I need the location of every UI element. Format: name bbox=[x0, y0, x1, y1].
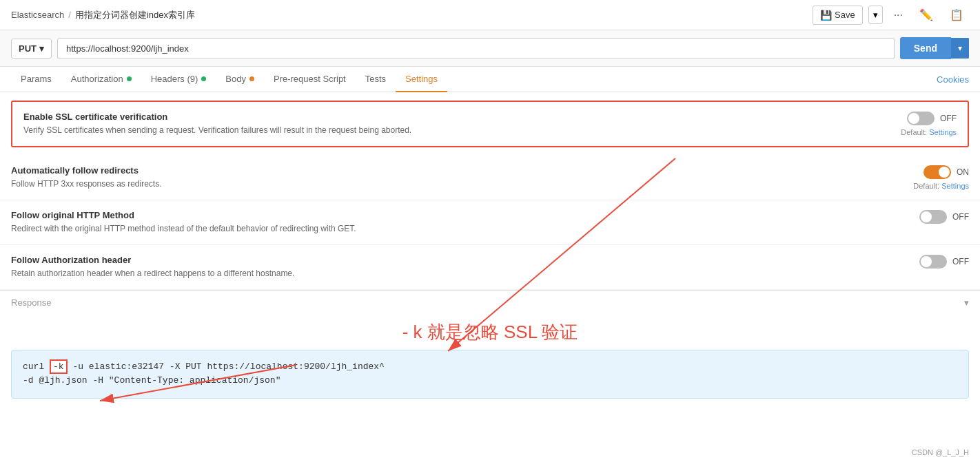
http-method-toggle-label: OFF bbox=[952, 212, 969, 222]
redirects-section: Automatically follow redirects Follow HT… bbox=[0, 156, 980, 200]
redirects-toggle[interactable] bbox=[923, 165, 951, 179]
breadcrumb-page: 用指定分词器创建index索引库 bbox=[75, 9, 195, 21]
save-icon: 💾 bbox=[820, 10, 832, 21]
top-actions: 💾 Save ▾ ··· ✏️ 📋 bbox=[813, 5, 969, 25]
code-k-flag: -k bbox=[50, 359, 68, 374]
redirects-default: Default: Settings bbox=[913, 182, 969, 190]
settings-content: Enable SSL certificate verification Veri… bbox=[0, 92, 980, 459]
save-label: Save bbox=[835, 10, 855, 20]
ssl-toggle[interactable] bbox=[907, 112, 935, 125]
tab-headers[interactable]: Headers (9) bbox=[141, 67, 216, 92]
copy-button[interactable]: 📋 bbox=[944, 5, 969, 25]
breadcrumb-sep: / bbox=[68, 10, 71, 20]
code-curl: curl bbox=[23, 361, 50, 372]
url-input[interactable] bbox=[57, 38, 895, 59]
redirects-title: Automatically follow redirects bbox=[11, 165, 886, 176]
save-dropdown-button[interactable]: ▾ bbox=[868, 6, 883, 24]
ssl-desc: Verify SSL certificates when sending a r… bbox=[23, 125, 575, 136]
redirects-settings-link[interactable]: Settings bbox=[941, 182, 969, 190]
send-btn-group: Send ▾ bbox=[900, 37, 969, 59]
tab-body[interactable]: Body bbox=[216, 67, 264, 92]
response-section: Response ▾ bbox=[0, 290, 980, 315]
auth-header-toggle-label: OFF bbox=[952, 257, 969, 266]
tab-params[interactable]: Params bbox=[11, 67, 61, 92]
method-chevron: ▾ bbox=[39, 43, 44, 54]
http-method-control: OFF bbox=[886, 210, 969, 224]
ssl-title: Enable SSL certificate verification bbox=[23, 112, 874, 122]
response-chevron: ▾ bbox=[964, 297, 969, 308]
auth-header-toggle-row: OFF bbox=[919, 255, 969, 269]
auth-header-control: OFF bbox=[886, 255, 969, 269]
save-button[interactable]: 💾 Save bbox=[813, 6, 863, 25]
auth-header-text: Follow Authorization header Retain autho… bbox=[11, 255, 886, 280]
auth-header-title: Follow Authorization header bbox=[11, 255, 886, 265]
ssl-text: Enable SSL certificate verification Veri… bbox=[23, 112, 874, 136]
response-label: Response bbox=[11, 297, 52, 308]
annotation-text: - k 就是忽略 SSL 验证 bbox=[0, 315, 980, 350]
http-method-text: Follow original HTTP Method Redirect wit… bbox=[11, 210, 886, 235]
auth-header-desc: Retain authorization header when a redir… bbox=[11, 268, 562, 280]
watermark: CSDN @_L_J_H bbox=[912, 448, 969, 456]
http-method-toggle[interactable] bbox=[919, 210, 947, 224]
more-button[interactable]: ··· bbox=[888, 6, 908, 25]
http-method-section: Follow original HTTP Method Redirect wit… bbox=[0, 200, 980, 245]
http-method-desc: Redirect with the original HTTP method i… bbox=[11, 223, 562, 235]
tabs-bar: Params Authorization Headers (9) Body Pr… bbox=[0, 67, 980, 92]
breadcrumb: Elasticsearch / 用指定分词器创建index索引库 bbox=[11, 9, 813, 21]
http-method-toggle-row: OFF bbox=[919, 210, 969, 224]
send-dropdown-button[interactable]: ▾ bbox=[951, 38, 969, 59]
tab-settings[interactable]: Settings bbox=[396, 67, 447, 92]
redirects-toggle-label: ON bbox=[957, 167, 969, 177]
ssl-settings-link[interactable]: Settings bbox=[929, 128, 957, 136]
send-button[interactable]: Send bbox=[900, 37, 951, 59]
code-block: curl -k -u elastic:e32147 -X PUT https:/… bbox=[11, 350, 969, 399]
redirects-text: Automatically follow redirects Follow HT… bbox=[11, 165, 886, 190]
auth-header-toggle[interactable] bbox=[919, 255, 947, 269]
ssl-default: Default: Settings bbox=[901, 128, 957, 136]
breadcrumb-app[interactable]: Elasticsearch bbox=[11, 10, 64, 20]
auth-header-section: Follow Authorization header Retain autho… bbox=[0, 245, 980, 290]
ssl-toggle-label: OFF bbox=[940, 114, 957, 123]
method-select[interactable]: PUT ▾ bbox=[11, 39, 52, 59]
method-label: PUT bbox=[19, 43, 37, 54]
ssl-toggle-row: OFF bbox=[907, 112, 957, 125]
redirects-desc: Follow HTTP 3xx responses as redirects. bbox=[11, 178, 562, 190]
url-bar: PUT ▾ Send ▾ bbox=[0, 30, 980, 67]
headers-dot bbox=[201, 76, 206, 81]
code-line2: -d @ljh.json -H "Content-Type: applicati… bbox=[23, 374, 957, 388]
ssl-control: OFF Default: Settings bbox=[874, 112, 957, 136]
tab-tests[interactable]: Tests bbox=[356, 67, 396, 92]
http-method-title: Follow original HTTP Method bbox=[11, 210, 886, 220]
tab-authorization[interactable]: Authorization bbox=[61, 67, 141, 92]
redirects-toggle-row: ON bbox=[923, 165, 969, 179]
tab-pre-request[interactable]: Pre-request Script bbox=[264, 67, 356, 92]
authorization-dot bbox=[127, 76, 132, 81]
code-line1-rest: -u elastic:e32147 -X PUT https://localho… bbox=[68, 361, 385, 372]
redirects-control: ON Default: Settings bbox=[886, 165, 969, 190]
ssl-section: Enable SSL certificate verification Veri… bbox=[11, 101, 969, 147]
cookies-link[interactable]: Cookies bbox=[937, 67, 969, 92]
edit-button[interactable]: ✏️ bbox=[914, 5, 939, 25]
body-dot bbox=[249, 76, 254, 81]
code-line1: curl -k -u elastic:e32147 -X PUT https:/… bbox=[23, 360, 957, 375]
